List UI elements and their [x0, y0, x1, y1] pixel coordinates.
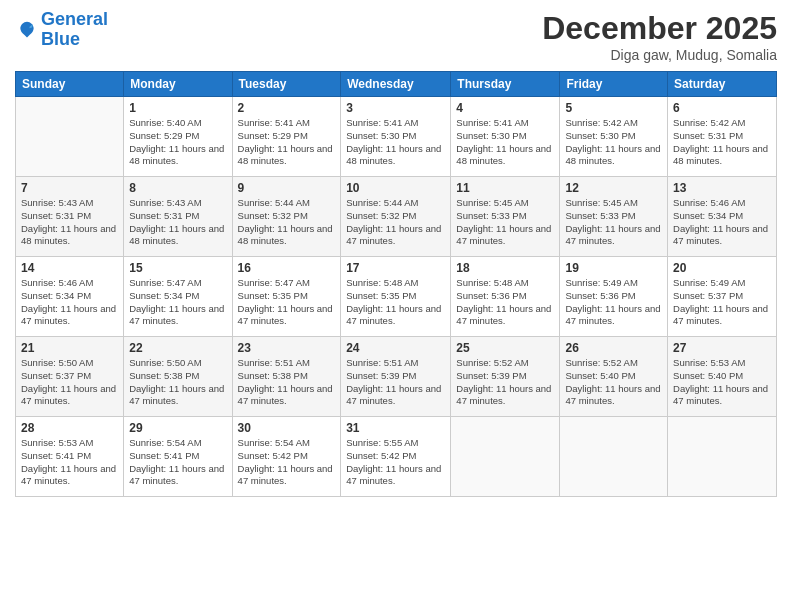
calendar-page: General Blue December 2025 Diga gaw, Mud…: [0, 0, 792, 612]
day-info: Sunrise: 5:54 AM Sunset: 5:42 PM Dayligh…: [238, 437, 336, 488]
day-info: Sunrise: 5:43 AM Sunset: 5:31 PM Dayligh…: [129, 197, 226, 248]
day-info: Sunrise: 5:53 AM Sunset: 5:40 PM Dayligh…: [673, 357, 771, 408]
day-cell: 24Sunrise: 5:51 AM Sunset: 5:39 PM Dayli…: [341, 337, 451, 417]
day-number: 13: [673, 181, 771, 195]
day-cell: [451, 417, 560, 497]
title-block: December 2025 Diga gaw, Mudug, Somalia: [542, 10, 777, 63]
week-row-2: 7Sunrise: 5:43 AM Sunset: 5:31 PM Daylig…: [16, 177, 777, 257]
day-number: 2: [238, 101, 336, 115]
header-row: SundayMondayTuesdayWednesdayThursdayFrid…: [16, 72, 777, 97]
day-info: Sunrise: 5:47 AM Sunset: 5:35 PM Dayligh…: [238, 277, 336, 328]
day-cell: 13Sunrise: 5:46 AM Sunset: 5:34 PM Dayli…: [668, 177, 777, 257]
week-row-4: 21Sunrise: 5:50 AM Sunset: 5:37 PM Dayli…: [16, 337, 777, 417]
day-info: Sunrise: 5:52 AM Sunset: 5:40 PM Dayligh…: [565, 357, 662, 408]
day-number: 23: [238, 341, 336, 355]
day-info: Sunrise: 5:40 AM Sunset: 5:29 PM Dayligh…: [129, 117, 226, 168]
day-info: Sunrise: 5:47 AM Sunset: 5:34 PM Dayligh…: [129, 277, 226, 328]
day-cell: 23Sunrise: 5:51 AM Sunset: 5:38 PM Dayli…: [232, 337, 341, 417]
day-cell: 15Sunrise: 5:47 AM Sunset: 5:34 PM Dayli…: [124, 257, 232, 337]
day-cell: 21Sunrise: 5:50 AM Sunset: 5:37 PM Dayli…: [16, 337, 124, 417]
week-row-1: 1Sunrise: 5:40 AM Sunset: 5:29 PM Daylig…: [16, 97, 777, 177]
day-number: 6: [673, 101, 771, 115]
header-day-friday: Friday: [560, 72, 668, 97]
day-cell: 4Sunrise: 5:41 AM Sunset: 5:30 PM Daylig…: [451, 97, 560, 177]
day-number: 8: [129, 181, 226, 195]
day-info: Sunrise: 5:42 AM Sunset: 5:30 PM Dayligh…: [565, 117, 662, 168]
day-info: Sunrise: 5:51 AM Sunset: 5:38 PM Dayligh…: [238, 357, 336, 408]
calendar-title: December 2025: [542, 10, 777, 47]
day-cell: 11Sunrise: 5:45 AM Sunset: 5:33 PM Dayli…: [451, 177, 560, 257]
day-number: 5: [565, 101, 662, 115]
day-info: Sunrise: 5:50 AM Sunset: 5:38 PM Dayligh…: [129, 357, 226, 408]
day-info: Sunrise: 5:49 AM Sunset: 5:36 PM Dayligh…: [565, 277, 662, 328]
day-cell: [560, 417, 668, 497]
day-number: 10: [346, 181, 445, 195]
header-day-tuesday: Tuesday: [232, 72, 341, 97]
day-info: Sunrise: 5:54 AM Sunset: 5:41 PM Dayligh…: [129, 437, 226, 488]
day-number: 17: [346, 261, 445, 275]
day-info: Sunrise: 5:44 AM Sunset: 5:32 PM Dayligh…: [346, 197, 445, 248]
day-number: 14: [21, 261, 118, 275]
day-info: Sunrise: 5:55 AM Sunset: 5:42 PM Dayligh…: [346, 437, 445, 488]
logo: General Blue: [15, 10, 108, 50]
day-number: 24: [346, 341, 445, 355]
day-cell: [16, 97, 124, 177]
logo-text: General Blue: [41, 10, 108, 50]
day-info: Sunrise: 5:44 AM Sunset: 5:32 PM Dayligh…: [238, 197, 336, 248]
day-info: Sunrise: 5:53 AM Sunset: 5:41 PM Dayligh…: [21, 437, 118, 488]
day-cell: 7Sunrise: 5:43 AM Sunset: 5:31 PM Daylig…: [16, 177, 124, 257]
day-info: Sunrise: 5:45 AM Sunset: 5:33 PM Dayligh…: [456, 197, 554, 248]
day-number: 18: [456, 261, 554, 275]
day-number: 9: [238, 181, 336, 195]
day-number: 31: [346, 421, 445, 435]
day-cell: 28Sunrise: 5:53 AM Sunset: 5:41 PM Dayli…: [16, 417, 124, 497]
week-row-5: 28Sunrise: 5:53 AM Sunset: 5:41 PM Dayli…: [16, 417, 777, 497]
day-number: 27: [673, 341, 771, 355]
day-info: Sunrise: 5:48 AM Sunset: 5:35 PM Dayligh…: [346, 277, 445, 328]
week-row-3: 14Sunrise: 5:46 AM Sunset: 5:34 PM Dayli…: [16, 257, 777, 337]
day-number: 4: [456, 101, 554, 115]
day-cell: 29Sunrise: 5:54 AM Sunset: 5:41 PM Dayli…: [124, 417, 232, 497]
day-cell: 16Sunrise: 5:47 AM Sunset: 5:35 PM Dayli…: [232, 257, 341, 337]
day-number: 1: [129, 101, 226, 115]
day-info: Sunrise: 5:48 AM Sunset: 5:36 PM Dayligh…: [456, 277, 554, 328]
day-number: 28: [21, 421, 118, 435]
day-number: 7: [21, 181, 118, 195]
day-number: 20: [673, 261, 771, 275]
day-cell: 9Sunrise: 5:44 AM Sunset: 5:32 PM Daylig…: [232, 177, 341, 257]
header-day-saturday: Saturday: [668, 72, 777, 97]
day-number: 15: [129, 261, 226, 275]
day-number: 21: [21, 341, 118, 355]
day-number: 29: [129, 421, 226, 435]
day-cell: 10Sunrise: 5:44 AM Sunset: 5:32 PM Dayli…: [341, 177, 451, 257]
day-cell: 17Sunrise: 5:48 AM Sunset: 5:35 PM Dayli…: [341, 257, 451, 337]
day-cell: 27Sunrise: 5:53 AM Sunset: 5:40 PM Dayli…: [668, 337, 777, 417]
day-cell: 20Sunrise: 5:49 AM Sunset: 5:37 PM Dayli…: [668, 257, 777, 337]
day-info: Sunrise: 5:41 AM Sunset: 5:30 PM Dayligh…: [456, 117, 554, 168]
day-cell: 22Sunrise: 5:50 AM Sunset: 5:38 PM Dayli…: [124, 337, 232, 417]
day-cell: 14Sunrise: 5:46 AM Sunset: 5:34 PM Dayli…: [16, 257, 124, 337]
calendar-subtitle: Diga gaw, Mudug, Somalia: [542, 47, 777, 63]
day-cell: 5Sunrise: 5:42 AM Sunset: 5:30 PM Daylig…: [560, 97, 668, 177]
day-info: Sunrise: 5:41 AM Sunset: 5:30 PM Dayligh…: [346, 117, 445, 168]
day-info: Sunrise: 5:46 AM Sunset: 5:34 PM Dayligh…: [673, 197, 771, 248]
day-number: 16: [238, 261, 336, 275]
day-info: Sunrise: 5:46 AM Sunset: 5:34 PM Dayligh…: [21, 277, 118, 328]
day-info: Sunrise: 5:45 AM Sunset: 5:33 PM Dayligh…: [565, 197, 662, 248]
day-cell: 19Sunrise: 5:49 AM Sunset: 5:36 PM Dayli…: [560, 257, 668, 337]
day-cell: 25Sunrise: 5:52 AM Sunset: 5:39 PM Dayli…: [451, 337, 560, 417]
logo-icon: [17, 20, 37, 40]
day-number: 25: [456, 341, 554, 355]
header-day-sunday: Sunday: [16, 72, 124, 97]
day-cell: 8Sunrise: 5:43 AM Sunset: 5:31 PM Daylig…: [124, 177, 232, 257]
day-cell: 30Sunrise: 5:54 AM Sunset: 5:42 PM Dayli…: [232, 417, 341, 497]
header: General Blue December 2025 Diga gaw, Mud…: [15, 10, 777, 63]
header-day-wednesday: Wednesday: [341, 72, 451, 97]
day-cell: 6Sunrise: 5:42 AM Sunset: 5:31 PM Daylig…: [668, 97, 777, 177]
day-info: Sunrise: 5:50 AM Sunset: 5:37 PM Dayligh…: [21, 357, 118, 408]
day-cell: 31Sunrise: 5:55 AM Sunset: 5:42 PM Dayli…: [341, 417, 451, 497]
day-info: Sunrise: 5:49 AM Sunset: 5:37 PM Dayligh…: [673, 277, 771, 328]
day-cell: 26Sunrise: 5:52 AM Sunset: 5:40 PM Dayli…: [560, 337, 668, 417]
calendar-table: SundayMondayTuesdayWednesdayThursdayFrid…: [15, 71, 777, 497]
day-info: Sunrise: 5:52 AM Sunset: 5:39 PM Dayligh…: [456, 357, 554, 408]
